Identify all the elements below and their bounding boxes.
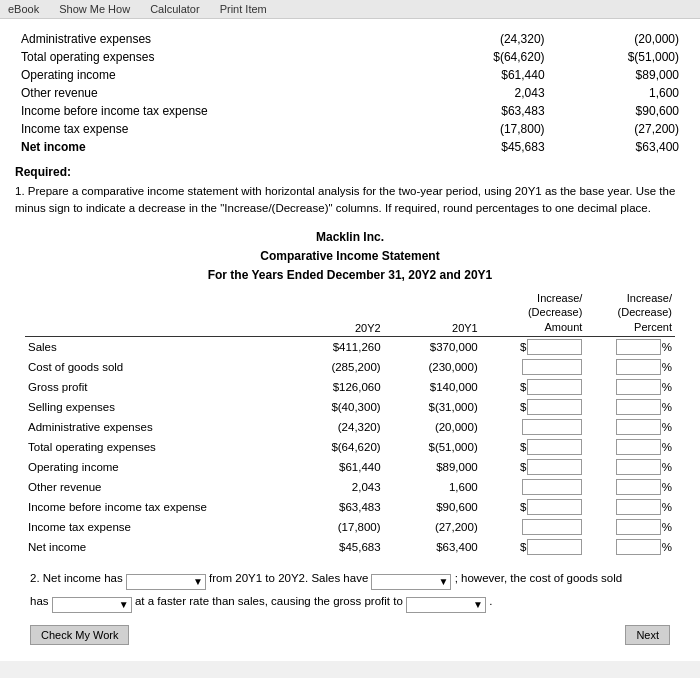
admin-amount-input[interactable] [522, 419, 582, 435]
selling-percent-cell: % [585, 397, 675, 417]
table-row: Other revenue 2,043 1,600 % [25, 477, 675, 497]
row-val1: $63,483 [416, 103, 548, 119]
table-row: Cost of goods sold (285,200) (230,000) % [25, 357, 675, 377]
net-income-percent-input[interactable] [616, 539, 661, 555]
percent-sign: % [662, 361, 672, 373]
check-my-work-button[interactable]: Check My Work [30, 625, 129, 645]
header-increase-amount: Increase/ (Decrease) Amount [481, 289, 586, 336]
row-label: Total operating expenses [17, 49, 414, 65]
total-opex-20y1: $(51,000) [384, 437, 481, 457]
chevron-down-icon: ▼ [439, 572, 449, 592]
table-row: Administrative expenses (24,320) (20,000… [25, 417, 675, 437]
admin-20y2: (24,320) [286, 417, 383, 437]
show-me-how-link[interactable]: Show Me How [59, 3, 130, 15]
admin-percent-cell: % [585, 417, 675, 437]
selling-amount-cell: $ [481, 397, 586, 417]
print-item-link[interactable]: Print Item [220, 3, 267, 15]
table-row: Selling expenses $(40,300) $(31,000) $ % [25, 397, 675, 417]
total-opex-20y2: $(64,620) [286, 437, 383, 457]
sales-percent-input[interactable] [616, 339, 661, 355]
sales-change-dropdown[interactable]: ▼ [371, 574, 451, 590]
total-opex-amount-cell: $ [481, 437, 586, 457]
row-val2: $89,000 [551, 67, 683, 83]
dollar-sign: $ [520, 341, 526, 353]
sales-amount-input[interactable] [527, 339, 582, 355]
percent-sign: % [662, 441, 672, 453]
tax-exp-percent-input[interactable] [616, 519, 661, 535]
inc-before-tax-amount-input[interactable] [527, 499, 582, 515]
tax-exp-20y1: (27,200) [384, 517, 481, 537]
table-row: Income tax expense (17,800) (27,200) [17, 121, 683, 137]
row-label-income-before-tax: Income before income tax expense [25, 497, 286, 517]
net-income-change-dropdown[interactable]: ▼ [126, 574, 206, 590]
table-row: Net income $45,683 $63,400 [17, 139, 683, 155]
inc-before-tax-percent-cell: % [585, 497, 675, 517]
header-20y1: 20Y1 [384, 289, 481, 336]
row-val2: $(51,000) [551, 49, 683, 65]
row-label-cogs: Cost of goods sold [25, 357, 286, 377]
gross-profit-percent-input[interactable] [616, 379, 661, 395]
table-row: Income before income tax expense $63,483… [17, 103, 683, 119]
op-income-20y2: $61,440 [286, 457, 383, 477]
row-label-operating-income: Operating income [25, 457, 286, 477]
row-val1: $(64,620) [416, 49, 548, 65]
selling-20y1: $(31,000) [384, 397, 481, 417]
tax-exp-amount-input[interactable] [522, 519, 582, 535]
ebook-link[interactable]: eBook [8, 3, 39, 15]
cogs-percent-cell: % [585, 357, 675, 377]
row-val2: (20,000) [551, 31, 683, 47]
table-row: Administrative expenses (24,320) (20,000… [17, 31, 683, 47]
sales-20y2: $411,260 [286, 336, 383, 357]
inc-before-tax-percent-input[interactable] [616, 499, 661, 515]
row-val1: 2,043 [416, 85, 548, 101]
other-rev-20y2: 2,043 [286, 477, 383, 497]
dollar-sign: $ [520, 461, 526, 473]
gross-profit-percent-cell: % [585, 377, 675, 397]
net-income-20y1: $63,400 [384, 537, 481, 557]
percent-sign: % [662, 501, 672, 513]
total-opex-amount-input[interactable] [527, 439, 582, 455]
row-label-gross-profit: Gross profit [25, 377, 286, 397]
cogs-percent-input[interactable] [616, 359, 661, 375]
dollar-sign: $ [520, 541, 526, 553]
table-row: Other revenue 2,043 1,600 [17, 85, 683, 101]
gross-profit-20y1: $140,000 [384, 377, 481, 397]
question-2-section: 2. Net income has ▼ from 20Y1 to 20Y2. S… [30, 567, 670, 613]
cost-rate-dropdown[interactable]: ▼ [52, 597, 132, 613]
calculator-link[interactable]: Calculator [150, 3, 200, 15]
top-bar: eBook Show Me How Calculator Print Item [0, 0, 700, 19]
op-income-amount-input[interactable] [527, 459, 582, 475]
inc-before-tax-20y2: $63,483 [286, 497, 383, 517]
row-val1: (17,800) [416, 121, 548, 137]
total-opex-percent-input[interactable] [616, 439, 661, 455]
comparative-income-statement: 20Y2 20Y1 Increase/ (Decrease) Amount In… [25, 289, 675, 557]
gross-profit-amount-input[interactable] [527, 379, 582, 395]
other-rev-amount-input[interactable] [522, 479, 582, 495]
row-val1: $45,683 [416, 139, 548, 155]
empty-header [25, 289, 286, 336]
admin-percent-input[interactable] [616, 419, 661, 435]
selling-amount-input[interactable] [527, 399, 582, 415]
percent-sign: % [662, 541, 672, 553]
other-rev-percent-input[interactable] [616, 479, 661, 495]
gross-profit-amount-cell: $ [481, 377, 586, 397]
bottom-navigation: Check My Work Next [15, 619, 685, 651]
row-label-net-income: Net income [25, 537, 286, 557]
cogs-amount-input[interactable] [522, 359, 582, 375]
gross-profit-change-dropdown[interactable]: ▼ [406, 597, 486, 613]
row-label-sales: Sales [25, 336, 286, 357]
percent-sign: % [662, 521, 672, 533]
op-income-amount-cell: $ [481, 457, 586, 477]
net-income-amount-input[interactable] [527, 539, 582, 555]
percent-sign: % [662, 481, 672, 493]
next-button[interactable]: Next [625, 625, 670, 645]
table-row: Operating income $61,440 $89,000 [17, 67, 683, 83]
row-label: Administrative expenses [17, 31, 414, 47]
tax-exp-percent-cell: % [585, 517, 675, 537]
cogs-amount-cell [481, 357, 586, 377]
op-income-percent-input[interactable] [616, 459, 661, 475]
percent-sign: % [662, 381, 672, 393]
row-label: Other revenue [17, 85, 414, 101]
net-income-percent-cell: % [585, 537, 675, 557]
selling-percent-input[interactable] [616, 399, 661, 415]
